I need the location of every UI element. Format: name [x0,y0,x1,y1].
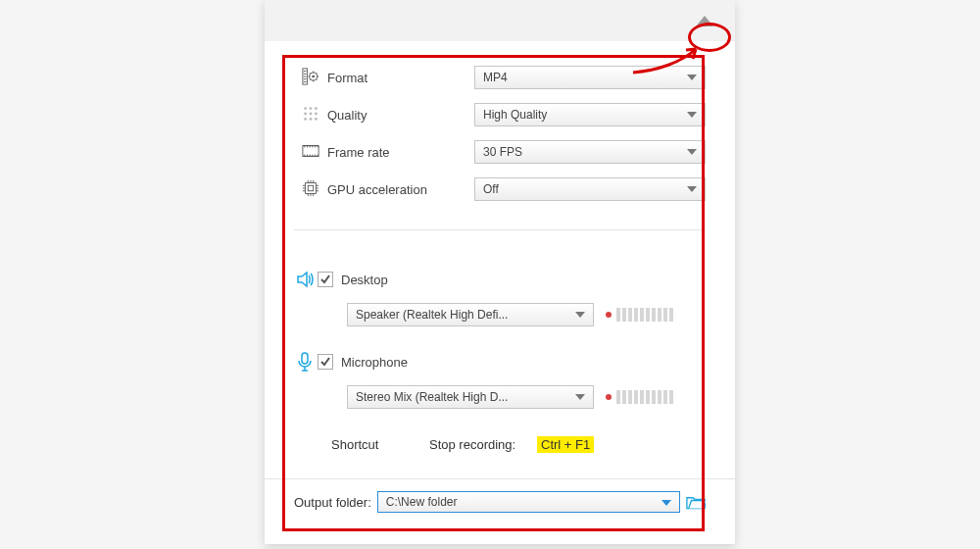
stop-recording-label: Stop recording: [429,437,537,452]
panel-header [265,0,735,41]
quality-icon [302,105,327,125]
stop-recording-hotkey: Ctrl + F1 [537,436,594,453]
gpu-icon [302,179,327,200]
microphone-icon [292,352,318,372]
framerate-select[interactable]: 30 FPS [474,140,706,164]
format-label: Format [327,71,474,85]
gpu-select[interactable]: Off [474,177,706,201]
svg-point-6 [304,112,307,115]
output-folder-label: Output folder: [294,495,371,510]
format-select[interactable]: MP4 [474,66,706,89]
quality-value: High Quality [483,108,547,122]
collapse-button[interactable] [696,16,713,26]
svg-point-3 [304,107,307,110]
vu-dot-icon [606,312,612,318]
quality-select[interactable]: High Quality [474,103,706,126]
open-folder-button[interactable] [686,495,706,509]
svg-point-10 [310,117,313,120]
audio-section: Desktop Speaker (Realtek High Defi... Mi… [265,246,735,478]
microphone-label: Microphone [341,355,408,370]
section-divider [294,229,706,230]
gpu-label: GPU acceleration [327,182,474,197]
microphone-device-select[interactable]: Stereo Mix (Realtek High D... [347,385,594,409]
output-folder-row: Output folder: C:\New folder [265,478,735,524]
desktop-audio-device-select[interactable]: Speaker (Realtek High Defi... [347,303,594,326]
desktop-audio-checkbox[interactable] [318,272,333,287]
framerate-value: 30 FPS [483,145,522,159]
gpu-value: Off [483,182,499,196]
vu-dot-icon [606,394,612,400]
settings-panel: Format MP4 Quality High Quality Frame ra… [265,0,735,544]
video-settings-section: Format MP4 Quality High Quality Frame ra… [265,41,735,214]
format-value: MP4 [483,71,508,84]
svg-point-8 [315,112,318,115]
svg-point-7 [310,112,313,115]
desktop-audio-device-value: Speaker (Realtek High Defi... [356,308,508,322]
svg-rect-13 [306,182,317,193]
svg-rect-14 [308,185,313,190]
output-folder-select[interactable]: C:\New folder [377,491,680,513]
svg-point-4 [310,107,313,110]
svg-point-2 [312,75,315,77]
speaker-icon [292,270,318,289]
format-icon [302,68,327,88]
svg-rect-15 [302,353,308,364]
framerate-label: Frame rate [327,145,474,160]
svg-point-11 [315,117,318,120]
desktop-audio-label: Desktop [341,273,388,287]
microphone-checkbox[interactable] [318,354,333,370]
quality-label: Quality [327,108,474,123]
svg-point-5 [315,107,318,110]
microphone-vu-meter [606,390,673,404]
output-folder-path: C:\New folder [386,495,458,509]
shortcut-row: Shortcut Stop recording: Ctrl + F1 [292,413,706,473]
framerate-icon [302,142,327,163]
svg-point-9 [304,117,307,120]
desktop-audio-vu-meter [606,308,673,322]
svg-rect-12 [303,145,318,156]
shortcut-label: Shortcut [331,437,429,452]
microphone-device-value: Stereo Mix (Realtek High D... [356,390,508,404]
